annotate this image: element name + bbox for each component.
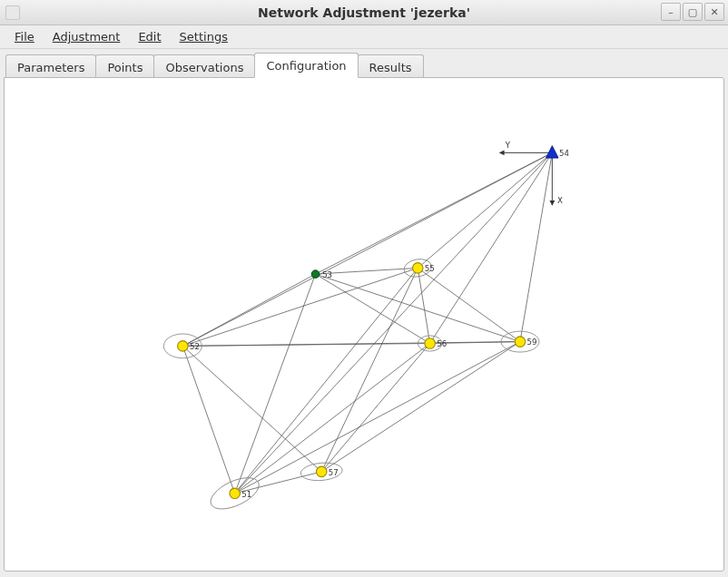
node-measured-icon [515,337,525,347]
network-edge [235,152,553,493]
app-window: Network Adjustment 'jezerka' – ▢ ✕ File … [0,0,728,577]
node-measured-icon [413,263,423,273]
tab-page-configuration: YX 5152535455565759 [4,77,724,572]
node-measured-icon [316,466,326,476]
network-edge [321,268,418,472]
window-title: Network Adjustment 'jezerka' [258,5,470,20]
menu-file[interactable]: File [5,26,44,47]
network-svg: YX 5152535455565759 [8,82,720,567]
network-edge [235,274,316,494]
network-edge [418,268,429,343]
node-label: 59 [527,337,537,347]
close-button[interactable]: ✕ [704,3,724,21]
node-label: 52 [190,342,200,351]
node-label: 56 [437,339,447,348]
tab-bar: Parameters Points Observations Configura… [4,53,724,78]
node-measured-icon [425,338,435,348]
network-edge [316,152,553,274]
network-edge [316,274,430,343]
network-edge [321,344,429,472]
network-edge [235,342,520,494]
app-icon [5,5,20,20]
node-label: 53 [322,270,332,279]
node-reference-icon [546,146,558,158]
maximize-button[interactable]: ▢ [683,3,703,21]
menu-bar: File Adjustment Edit Settings [0,25,728,49]
network-edge [321,342,520,472]
minimize-button[interactable]: – [661,3,681,21]
menu-settings[interactable]: Settings [171,26,237,47]
node-measured-icon [230,488,240,498]
menu-adjustment[interactable]: Adjustment [44,26,130,47]
network-edge [316,274,520,342]
network-edge [235,268,418,493]
axis-x-label: X [557,196,563,205]
network-edge [418,268,520,341]
node-label: 55 [425,264,435,273]
tab-parameters[interactable]: Parameters [5,54,96,79]
node-label: 57 [329,468,339,477]
node-label: 54 [559,149,569,158]
network-canvas[interactable]: YX 5152535455565759 [8,82,720,567]
node-label: 51 [241,490,251,499]
tab-results[interactable]: Results [358,54,424,79]
network-edge [182,152,552,346]
tab-observations[interactable]: Observations [153,54,255,79]
window-controls: – ▢ ✕ [661,3,724,21]
network-edge [182,346,234,493]
network-edge [182,346,321,472]
menu-edit[interactable]: Edit [129,26,170,47]
titlebar: Network Adjustment 'jezerka' – ▢ ✕ [0,0,728,25]
network-edge [430,152,553,343]
network-edge [520,152,552,341]
axis-y-label: Y [505,141,511,150]
node-measured-icon [178,341,188,351]
tab-points[interactable]: Points [95,54,154,79]
client-area: Parameters Points Observations Configura… [0,49,728,577]
tab-configuration[interactable]: Configuration [254,53,358,78]
network-edge [418,152,552,268]
node-fixed-icon [311,270,320,279]
